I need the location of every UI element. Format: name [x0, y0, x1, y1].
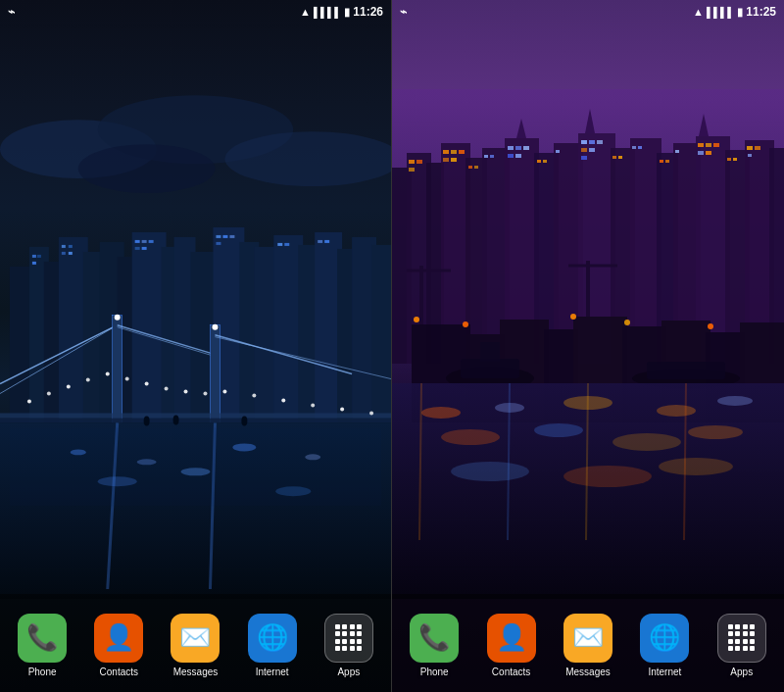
svg-rect-26 [32, 262, 36, 265]
status-right-left-icons: ⌁ [400, 5, 407, 19]
svg-rect-41 [284, 243, 289, 246]
svg-point-58 [106, 372, 110, 376]
dock-right: 📞 Phone 👤 Contacts ✉️ Messages 🌐 Interne… [392, 594, 784, 692]
svg-rect-118 [515, 146, 521, 150]
internet-icon-right[interactable]: 🌐 [640, 614, 689, 663]
svg-rect-131 [698, 151, 704, 155]
svg-point-69 [369, 411, 373, 415]
svg-point-185 [451, 462, 529, 481]
status-bar-right: ⌁ ▲ ▌▌▌▌ ▮ 11:25 [392, 0, 784, 24]
svg-rect-167 [480, 342, 500, 362]
messages-icon-right[interactable]: ✉️ [564, 614, 612, 663]
svg-rect-136 [474, 166, 478, 169]
svg-rect-28 [69, 245, 73, 248]
svg-point-60 [145, 382, 149, 386]
svg-rect-148 [675, 150, 679, 153]
status-bar-left: ⌁ ▲ ▌▌▌▌ ▮ 11:26 [0, 0, 391, 24]
svg-rect-133 [747, 146, 753, 150]
dock-internet-left[interactable]: 🌐 Internet [248, 614, 297, 677]
svg-point-186 [564, 466, 652, 487]
svg-point-183 [612, 433, 681, 451]
svg-rect-122 [581, 140, 587, 144]
svg-rect-37 [222, 235, 227, 238]
phone-label-left: Phone [28, 667, 57, 677]
svg-point-77 [71, 449, 86, 455]
contacts-label-left: Contacts [100, 667, 138, 677]
svg-rect-132 [706, 151, 711, 155]
phone-icon-left[interactable]: 📞 [18, 614, 67, 663]
svg-point-172 [570, 314, 576, 320]
svg-rect-33 [149, 240, 154, 243]
contacts-icon-left[interactable]: 👤 [94, 614, 143, 663]
svg-rect-112 [443, 150, 449, 154]
svg-point-174 [708, 323, 713, 329]
svg-rect-32 [142, 240, 147, 243]
dock-internet-right[interactable]: 🌐 Internet [640, 614, 689, 677]
svg-rect-119 [523, 146, 529, 150]
contacts-label-right: Contacts [492, 667, 530, 677]
svg-point-79 [232, 443, 256, 451]
svg-rect-34 [135, 247, 140, 250]
screen-right: ⌁ ▲ ▌▌▌▌ ▮ 11:25 📞 Phone 👤 Contacts ✉️ M [392, 0, 784, 692]
svg-rect-116 [451, 158, 457, 162]
svg-point-187 [659, 458, 733, 475]
svg-rect-31 [135, 240, 140, 243]
svg-point-59 [125, 377, 129, 381]
svg-rect-53 [0, 413, 391, 418]
phone-icon-right[interactable]: 📞 [410, 614, 459, 663]
dock-contacts-right[interactable]: 👤 Contacts [487, 614, 536, 677]
apps-icon-right[interactable] [717, 614, 766, 663]
svg-rect-39 [216, 242, 220, 245]
svg-point-62 [184, 390, 188, 394]
svg-point-181 [441, 429, 500, 445]
svg-point-182 [534, 423, 583, 437]
svg-rect-36 [216, 235, 220, 238]
svg-point-61 [165, 387, 169, 391]
apps-icon-left[interactable] [324, 614, 373, 663]
svg-point-63 [203, 392, 207, 396]
status-right-icons: ▲ ▌▌▌▌ ▮ 11:26 [300, 5, 383, 19]
dock-contacts-left[interactable]: 👤 Contacts [94, 614, 143, 677]
svg-rect-129 [706, 143, 711, 147]
svg-rect-138 [490, 155, 494, 158]
dock-messages-right[interactable]: ✉️ Messages [564, 614, 612, 677]
svg-rect-147 [665, 160, 669, 163]
dock-messages-left[interactable]: ✉️ Messages [171, 614, 220, 677]
svg-rect-23 [371, 245, 391, 423]
svg-point-64 [222, 390, 226, 394]
svg-rect-25 [37, 255, 41, 258]
svg-rect-114 [459, 150, 465, 154]
dock-apps-right[interactable]: Apps [717, 614, 766, 677]
svg-point-179 [657, 405, 696, 417]
messages-icon-left[interactable]: ✉️ [171, 614, 220, 663]
svg-rect-146 [660, 160, 663, 163]
messages-label-left: Messages [173, 667, 219, 677]
svg-rect-35 [142, 247, 147, 250]
svg-point-56 [67, 385, 71, 389]
svg-rect-141 [556, 150, 560, 153]
svg-point-68 [340, 407, 344, 411]
svg-rect-126 [589, 148, 595, 152]
svg-rect-120 [508, 154, 514, 158]
svg-rect-150 [733, 158, 737, 161]
svg-rect-135 [468, 166, 472, 169]
svg-rect-40 [277, 243, 282, 246]
contacts-icon-right[interactable]: 👤 [487, 614, 536, 663]
signal-icon: ▌▌▌▌ [314, 7, 341, 18]
wifi-icon-right: ▲ [693, 6, 704, 18]
dock-apps-left[interactable]: Apps [324, 614, 373, 677]
svg-rect-142 [612, 156, 616, 159]
svg-rect-117 [508, 146, 514, 150]
svg-rect-143 [618, 156, 622, 159]
svg-point-85 [173, 415, 179, 424]
dock-phone-left[interactable]: 📞 Phone [18, 614, 67, 677]
svg-rect-38 [229, 235, 234, 238]
internet-icon-left[interactable]: 🌐 [248, 614, 297, 663]
svg-point-3 [78, 144, 216, 193]
time-right: 11:25 [746, 5, 776, 19]
svg-rect-42 [318, 240, 322, 243]
svg-point-71 [212, 324, 218, 330]
dock-phone-right[interactable]: 📞 Phone [410, 614, 459, 677]
svg-rect-76 [10, 427, 381, 506]
svg-point-180 [717, 396, 753, 406]
